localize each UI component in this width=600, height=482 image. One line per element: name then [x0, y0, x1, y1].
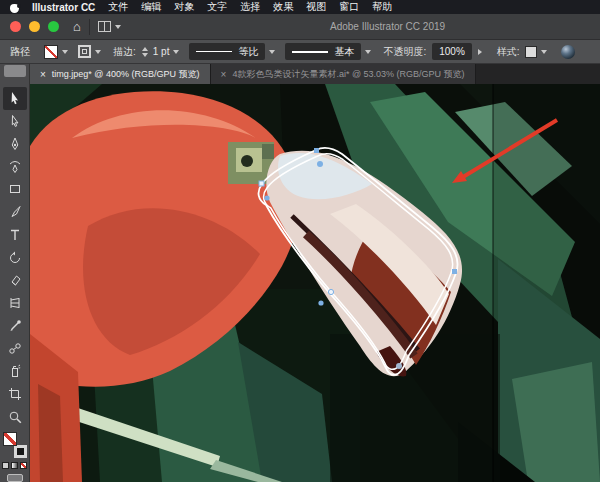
color-button[interactable]: [2, 462, 9, 469]
minimize-window-button[interactable]: [29, 21, 40, 32]
document-tab-label: timg.jpeg* @ 400% (RGB/GPU 预览): [52, 68, 200, 81]
stroke-proxy[interactable]: [14, 445, 27, 458]
width-profile-dropdown[interactable]: 等比: [189, 43, 265, 60]
close-icon[interactable]: ×: [40, 69, 46, 80]
brush-definition-label: 基本: [334, 45, 354, 59]
zoom-tool[interactable]: [3, 406, 27, 429]
globe-icon[interactable]: [561, 45, 575, 59]
arrange-documents-icon[interactable]: [98, 21, 111, 32]
menu-window[interactable]: 窗口: [339, 0, 359, 14]
gradient-button[interactable]: [11, 462, 18, 469]
canvas-artwork: [30, 84, 600, 482]
document-tab-label: 4款彩色鸟类设计矢量素材.ai* @ 53.03% (RGB/GPU 预览): [232, 68, 464, 81]
tools-panel: [0, 84, 30, 482]
curvature-tool[interactable]: [3, 155, 27, 178]
rectangle-tool[interactable]: [3, 178, 27, 201]
menu-bar: Illustrator CC 文件 编辑 对象 文字 选择 效果 视图 窗口 帮…: [0, 0, 600, 14]
perspective-grid-tool[interactable]: [3, 292, 27, 315]
app-menu[interactable]: Illustrator CC: [32, 2, 95, 13]
menu-file[interactable]: 文件: [108, 0, 128, 14]
paintbrush-tool[interactable]: [3, 201, 27, 224]
menu-view[interactable]: 视图: [306, 0, 326, 14]
menu-effect[interactable]: 效果: [273, 0, 293, 14]
rotate-tool[interactable]: [3, 246, 27, 269]
symbol-sprayer-tool[interactable]: [3, 360, 27, 383]
opacity-field[interactable]: 100%: [432, 43, 472, 60]
blend-tool[interactable]: [3, 337, 27, 360]
width-profile-chevron-icon[interactable]: [269, 50, 275, 57]
artboard-tool[interactable]: [3, 383, 27, 406]
stroke-chevron-icon[interactable]: [95, 50, 101, 57]
close-window-button[interactable]: [10, 21, 21, 32]
width-profile-preview: [196, 51, 232, 52]
graphic-style-swatch[interactable]: [525, 46, 537, 58]
screen-mode-button[interactable]: [7, 474, 23, 482]
menu-object[interactable]: 对象: [174, 0, 194, 14]
menu-type[interactable]: 文字: [207, 0, 227, 14]
selection-context-label: 路径: [10, 45, 30, 59]
opacity-value: 100%: [439, 46, 465, 57]
pen-tool[interactable]: [3, 133, 27, 156]
menu-select[interactable]: 选择: [240, 0, 260, 14]
divider: [89, 19, 90, 35]
zoom-window-button[interactable]: [48, 21, 59, 32]
close-icon[interactable]: ×: [221, 69, 227, 80]
opacity-panel-chevron-icon[interactable]: [478, 49, 485, 55]
control-bar: 路径 描边: 1 pt 等比 基本 不透明度: 100% 样式:: [0, 40, 600, 64]
stroke-weight-value[interactable]: 1 pt: [153, 46, 170, 57]
fill-color-swatch[interactable]: [44, 45, 58, 59]
eyedropper-tool[interactable]: [3, 315, 27, 338]
brush-preview: [292, 51, 328, 53]
opacity-label: 不透明度:: [383, 45, 426, 59]
style-label: 样式:: [497, 45, 520, 59]
chevron-down-icon[interactable]: [115, 25, 121, 32]
stroke-weight-stepper[interactable]: [142, 44, 148, 60]
brush-chevron-icon[interactable]: [365, 50, 371, 57]
apple-menu-icon[interactable]: [10, 2, 19, 13]
document-canvas[interactable]: [30, 84, 600, 482]
color-mode-buttons: [2, 462, 27, 469]
document-tab-active[interactable]: × timg.jpeg* @ 400% (RGB/GPU 预览): [30, 64, 211, 84]
menu-help[interactable]: 帮助: [372, 0, 392, 14]
home-icon[interactable]: ⌂: [73, 19, 81, 34]
selection-tool[interactable]: [3, 87, 27, 110]
style-chevron-icon[interactable]: [541, 50, 547, 57]
fill-proxy[interactable]: [3, 432, 17, 446]
app-bar: ⌂ Adobe Illustrator CC 2019: [0, 14, 600, 40]
stroke-weight-chevron-icon[interactable]: [173, 50, 179, 57]
toolbar-panel-grip[interactable]: [0, 64, 30, 84]
app-title: Adobe Illustrator CC 2019: [330, 21, 445, 32]
fill-chevron-icon[interactable]: [62, 50, 68, 57]
brush-definition-dropdown[interactable]: 基本: [285, 43, 361, 60]
fill-stroke-indicator[interactable]: [3, 432, 27, 458]
width-profile-label: 等比: [238, 45, 258, 59]
direct-selection-tool[interactable]: [3, 110, 27, 133]
artboard-edge: [493, 84, 600, 482]
eraser-tool[interactable]: [3, 269, 27, 292]
type-tool[interactable]: [3, 224, 27, 247]
stroke-weight-label: 描边:: [113, 45, 136, 59]
stroke-color-swatch[interactable]: [78, 45, 91, 58]
menu-edit[interactable]: 编辑: [141, 0, 161, 14]
document-tab-bar: × timg.jpeg* @ 400% (RGB/GPU 预览) × 4款彩色鸟…: [0, 64, 600, 84]
none-button[interactable]: [20, 462, 27, 469]
document-tab-inactive[interactable]: × 4款彩色鸟类设计矢量素材.ai* @ 53.03% (RGB/GPU 预览): [211, 64, 476, 84]
